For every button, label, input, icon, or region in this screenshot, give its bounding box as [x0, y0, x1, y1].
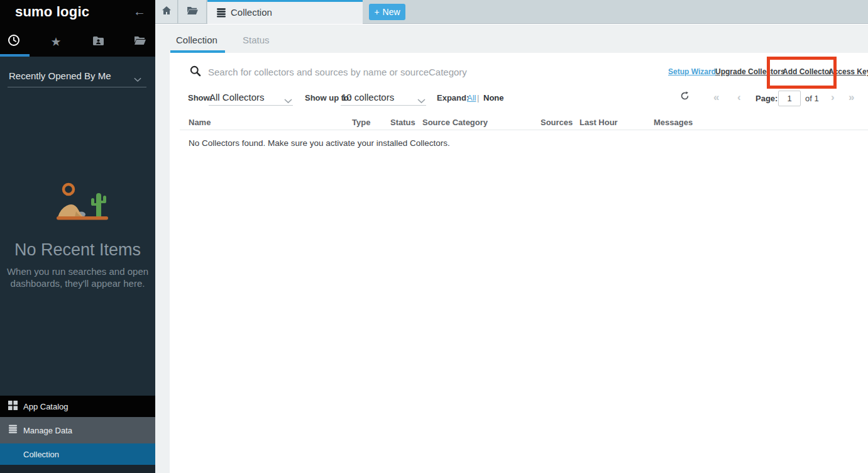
no-recent-items-description: When you run searches and open dashboard…	[0, 265, 155, 289]
app-window: sumo logic ← ★	[0, 0, 868, 473]
folder-icon	[187, 6, 199, 18]
recents-tab[interactable]	[7, 35, 21, 48]
last-page-icon[interactable]: »	[849, 91, 854, 104]
clock-icon	[8, 34, 20, 49]
tab-collection-inner[interactable]: Collection	[176, 35, 217, 45]
content-gutter	[155, 53, 170, 473]
home-icon	[162, 6, 172, 18]
column-header-sources: Sources	[541, 118, 573, 127]
dropdown-underline	[341, 105, 426, 106]
tab-title: Collection	[231, 7, 272, 18]
active-nav-indicator	[0, 54, 30, 57]
person-folder-icon	[92, 35, 104, 48]
show-up-to-dropdown[interactable]: 10 collectors	[341, 92, 394, 103]
tab-status[interactable]: Status	[243, 35, 270, 45]
search-icon[interactable]	[190, 65, 201, 79]
dropdown-underline	[209, 105, 293, 106]
grid-icon	[8, 401, 18, 413]
refresh-icon[interactable]	[680, 91, 689, 103]
desert-illustration	[0, 182, 155, 221]
browse-tabs-button[interactable]	[179, 0, 207, 23]
menu-label: Collection	[23, 450, 59, 459]
column-header-source-category: Source Category	[422, 118, 488, 127]
favorites-tab[interactable]: ★	[49, 35, 63, 48]
menu-item-app-catalog[interactable]: App Catalog	[0, 396, 155, 417]
first-page-icon[interactable]: «	[713, 91, 719, 104]
table-header-divider	[180, 130, 868, 130]
column-header-messages: Messages	[654, 118, 693, 127]
column-header-status: Status	[390, 118, 415, 127]
menu-divider-strip	[0, 465, 155, 473]
library-tab[interactable]	[133, 35, 147, 48]
search-input[interactable]: Search for collectors and sources by nam…	[208, 67, 467, 77]
page-number-input[interactable]	[778, 91, 801, 106]
separator: |	[477, 93, 479, 103]
expand-none-link[interactable]: None	[483, 93, 504, 103]
database-icon	[8, 425, 18, 437]
new-button-label: New	[383, 7, 400, 17]
page-tabs: Collection Status	[155, 25, 868, 53]
database-icon	[216, 8, 226, 20]
personal-folder-tab[interactable]	[91, 35, 105, 48]
column-header-last-hour: Last Hour	[580, 118, 618, 127]
home-tab-button[interactable]	[155, 0, 178, 23]
new-tab-button[interactable]: + New	[369, 4, 405, 20]
sidebar-logo-bar: sumo logic ←	[0, 0, 155, 25]
column-header-name: Name	[189, 118, 211, 127]
chevron-down-icon	[134, 74, 141, 84]
next-page-icon[interactable]: ›	[831, 91, 835, 104]
collapse-sidebar-icon[interactable]: ←	[133, 4, 146, 19]
previous-page-icon[interactable]: ‹	[737, 91, 741, 104]
menu-item-collection[interactable]: Collection	[0, 443, 155, 465]
empty-table-message: No Collectors found. Make sure you activ…	[189, 138, 450, 148]
star-icon: ★	[50, 36, 61, 48]
page-label: Page:	[755, 94, 777, 103]
plus-icon: +	[374, 7, 379, 17]
expand-label: Expand:	[437, 93, 469, 103]
tab-collection[interactable]: Collection	[207, 0, 363, 24]
sidebar-bottom-menu: App Catalog Manage Data Collection	[0, 396, 155, 473]
no-recent-items-title: No Recent Items	[0, 240, 155, 260]
annotation-highlight-box	[767, 57, 837, 89]
recent-selector-label: Recently Opened By Me	[9, 70, 111, 81]
recent-selector[interactable]: Recently Opened By Me	[8, 65, 146, 87]
sidebar: sumo logic ← ★	[0, 0, 155, 473]
open-folder-icon	[134, 35, 146, 48]
column-header-type: Type	[352, 118, 370, 127]
expand-all-link[interactable]: All	[467, 93, 476, 103]
menu-label: App Catalog	[23, 402, 69, 411]
sumo-logic-logo: sumo logic	[15, 4, 89, 20]
show-dropdown[interactable]: All Collectors	[209, 92, 265, 103]
menu-label: Manage Data	[23, 426, 72, 435]
content-panel	[170, 53, 868, 473]
sidebar-nav-strip: ★	[0, 25, 155, 57]
browser-tab-bar: Collection + New	[155, 0, 868, 24]
menu-item-manage-data[interactable]: Manage Data	[0, 417, 155, 443]
page-total: of 1	[805, 94, 819, 103]
setup-wizard-link[interactable]: Setup Wizard	[668, 67, 716, 76]
